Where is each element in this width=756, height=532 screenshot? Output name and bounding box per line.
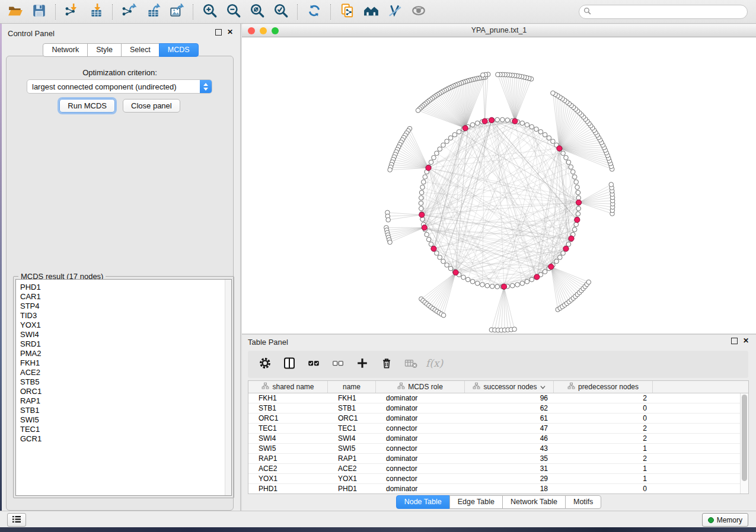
tab-select[interactable]: Select: [121, 43, 160, 57]
zoom-in-button[interactable]: [198, 2, 222, 21]
network-node[interactable]: [448, 266, 453, 271]
network-node[interactable]: [435, 151, 439, 156]
tab-style[interactable]: Style: [87, 43, 122, 57]
mcds-result-item[interactable]: GCR1: [16, 434, 231, 444]
column-header-successor-nodes[interactable]: successor nodes: [465, 381, 554, 393]
network-node[interactable]: [423, 175, 428, 180]
network-node[interactable]: [419, 201, 423, 206]
network-node[interactable]: [538, 130, 543, 134]
mcds-hub-node[interactable]: [569, 236, 574, 241]
network-node[interactable]: [422, 180, 426, 184]
mcds-hub-node[interactable]: [422, 225, 427, 230]
network-node[interactable]: [388, 240, 393, 245]
network-node[interactable]: [470, 123, 475, 127]
mcds-hub-node[interactable]: [534, 274, 540, 280]
network-node[interactable]: [566, 242, 571, 246]
network-node[interactable]: [461, 275, 466, 280]
network-node[interactable]: [429, 242, 433, 246]
mcds-hub-node[interactable]: [453, 270, 458, 275]
mcds-hub-node[interactable]: [557, 146, 562, 151]
close-panel-button[interactable]: Close panel: [123, 99, 180, 113]
network-node[interactable]: [441, 313, 446, 318]
network-node[interactable]: [575, 185, 580, 190]
zoom-out-button[interactable]: [222, 2, 245, 21]
mcds-result-item[interactable]: TID3: [16, 311, 231, 321]
network-node[interactable]: [416, 108, 420, 113]
tab-node-table[interactable]: Node Table: [396, 495, 450, 509]
network-node[interactable]: [465, 277, 470, 282]
mcds-hub-node[interactable]: [512, 118, 518, 124]
network-node[interactable]: [576, 211, 580, 216]
network-node[interactable]: [564, 155, 569, 160]
table-row[interactable]: ORC1ORC1dominator610: [248, 414, 748, 424]
import-table-button[interactable]: [84, 2, 108, 21]
table-row[interactable]: RAP1RAP1dominator352: [248, 454, 748, 464]
style-visibility-button[interactable]: [383, 2, 407, 21]
network-node[interactable]: [475, 281, 480, 286]
network-node[interactable]: [576, 196, 581, 200]
network-node[interactable]: [572, 175, 577, 180]
mcds-hub-node[interactable]: [575, 217, 580, 223]
select-all-button[interactable]: [302, 354, 324, 374]
mcds-result-item[interactable]: STP4: [16, 302, 231, 311]
network-node[interactable]: [534, 127, 539, 132]
mcds-hub-node[interactable]: [431, 246, 436, 251]
close-panel-icon[interactable]: ✕: [227, 29, 233, 36]
network-node[interactable]: [457, 130, 461, 134]
tab-edge-table[interactable]: Edge Table: [449, 495, 503, 509]
network-node[interactable]: [429, 160, 433, 165]
network-node[interactable]: [574, 180, 579, 184]
export-table-button[interactable]: [141, 2, 165, 21]
network-node[interactable]: [543, 270, 547, 274]
open-button[interactable]: [4, 2, 27, 21]
mcds-result-item[interactable]: RAP1: [16, 396, 231, 406]
network-node[interactable]: [419, 206, 424, 211]
network-canvas[interactable]: [242, 37, 756, 334]
optimization-criterion-dropdown[interactable]: largest connected component (undirected): [27, 79, 212, 94]
network-node[interactable]: [543, 133, 547, 137]
mcds-result-item[interactable]: PMA2: [16, 349, 231, 358]
run-mcds-button[interactable]: Run MCDS: [59, 99, 115, 113]
table-row[interactable]: PHD1PHD1dominator180: [248, 484, 748, 494]
export-image-button[interactable]: [165, 2, 189, 21]
network-node[interactable]: [609, 182, 614, 187]
export-document-button[interactable]: [336, 2, 359, 21]
network-node[interactable]: [505, 118, 510, 123]
network-node[interactable]: [485, 283, 490, 288]
mcds-result-item[interactable]: TEC1: [16, 425, 231, 434]
network-node[interactable]: [586, 280, 591, 284]
network-node[interactable]: [525, 280, 529, 284]
network-node[interactable]: [432, 155, 436, 160]
tab-network-table[interactable]: Network Table: [502, 495, 566, 509]
network-node[interactable]: [554, 259, 559, 264]
network-node[interactable]: [445, 263, 449, 268]
mcds-hub-node[interactable]: [576, 200, 581, 205]
network-node[interactable]: [520, 121, 525, 126]
network-node[interactable]: [569, 165, 573, 169]
table-row[interactable]: SWI5SWI5connector431: [248, 444, 748, 454]
network-node[interactable]: [420, 185, 425, 190]
network-node[interactable]: [452, 133, 457, 137]
network-node[interactable]: [438, 147, 442, 152]
deselect-all-button[interactable]: [327, 354, 349, 374]
mcds-result-item[interactable]: CAR1: [16, 292, 231, 302]
column-header-MCDS-role[interactable]: MCDS role: [376, 381, 465, 393]
network-node[interactable]: [419, 190, 424, 195]
result-list-scrollbar[interactable]: [225, 280, 231, 495]
table-row[interactable]: STB1STB1dominator620: [248, 403, 748, 414]
zoom-selected-button[interactable]: [269, 2, 293, 21]
export-network-button[interactable]: [117, 2, 141, 21]
network-node[interactable]: [441, 259, 446, 264]
mcds-result-item[interactable]: YOX1: [16, 321, 231, 330]
split-columns-button[interactable]: [278, 354, 300, 374]
mcds-result-item[interactable]: SWI5: [16, 415, 231, 425]
network-node[interactable]: [445, 139, 449, 144]
mcds-result-item[interactable]: STB1: [16, 406, 231, 415]
mcds-result-item[interactable]: ACE2: [16, 368, 231, 377]
float-table-panel-icon[interactable]: [731, 338, 738, 344]
mcds-hub-node[interactable]: [482, 118, 487, 124]
network-node[interactable]: [481, 73, 486, 78]
network-node[interactable]: [561, 251, 566, 256]
table-row[interactable]: YOX1YOX1connector291: [248, 474, 748, 484]
close-table-panel-icon[interactable]: ✕: [743, 338, 749, 344]
